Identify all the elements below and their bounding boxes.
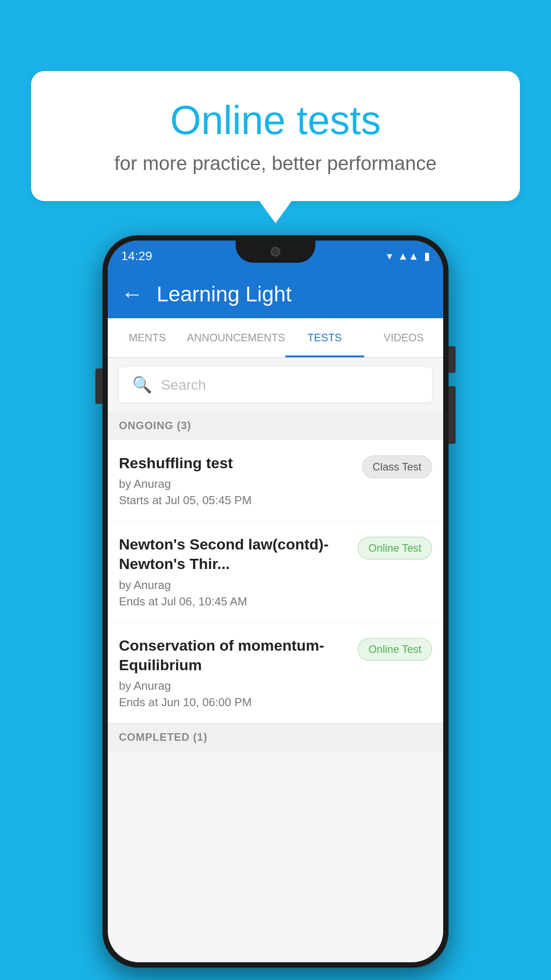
status-time: 14:29 <box>121 249 152 263</box>
test-item[interactable]: Reshuffling test by Anurag Starts at Jul… <box>108 440 443 521</box>
tab-bar: MENTS ANNOUNCEMENTS TESTS VIDEOS <box>108 318 443 358</box>
test-item[interactable]: Newton's Second law(contd)-Newton's Thir… <box>108 521 443 622</box>
tab-ments[interactable]: MENTS <box>108 318 187 357</box>
speech-bubble: Online tests for more practice, better p… <box>31 71 520 201</box>
test-badge-online: Online Test <box>358 537 432 560</box>
status-icons: ▾ ▲▲ ▮ <box>387 250 430 262</box>
back-button[interactable]: ← <box>121 281 143 307</box>
test-name: Reshuffling test <box>119 453 353 473</box>
test-info: Newton's Second law(contd)-Newton's Thir… <box>119 534 349 608</box>
search-bar[interactable]: 🔍 Search <box>119 367 432 403</box>
volume-button <box>95 368 102 404</box>
battery-icon: ▮ <box>424 250 430 262</box>
test-item[interactable]: Conservation of momentum-Equilibrium by … <box>108 622 443 723</box>
app-bar: ← Learning Light <box>108 269 443 318</box>
front-camera <box>271 247 280 257</box>
volume-down-button <box>449 386 456 444</box>
test-name: Conservation of momentum-Equilibrium <box>119 636 349 675</box>
test-badge-class: Class Test <box>362 455 432 478</box>
bubble-subtitle: for more practice, better performance <box>67 152 484 174</box>
app-title: Learning Light <box>157 282 291 306</box>
tab-videos[interactable]: VIDEOS <box>364 318 443 357</box>
power-button <box>449 346 456 373</box>
test-by: by Anurag <box>119 679 349 693</box>
test-time: Ends at Jul 06, 10:45 AM <box>119 595 349 609</box>
search-placeholder: Search <box>161 377 206 393</box>
test-by: by Anurag <box>119 477 353 491</box>
phone-screen: 14:29 ▾ ▲▲ ▮ ← Learning Light MENTS ANNO… <box>108 241 443 962</box>
search-container: 🔍 Search <box>108 358 443 411</box>
completed-section-header: COMPLETED (1) <box>108 723 443 751</box>
wifi-icon: ▾ <box>387 250 392 262</box>
test-name: Newton's Second law(contd)-Newton's Thir… <box>119 534 349 573</box>
signal-icon: ▲▲ <box>398 250 419 262</box>
test-by: by Anurag <box>119 578 349 592</box>
phone-notch <box>236 241 315 263</box>
test-list: Reshuffling test by Anurag Starts at Jul… <box>108 440 443 723</box>
phone-frame: 14:29 ▾ ▲▲ ▮ ← Learning Light MENTS ANNO… <box>102 235 449 968</box>
tab-announcements[interactable]: ANNOUNCEMENTS <box>187 318 285 357</box>
test-time: Ends at Jun 10, 06:00 PM <box>119 695 349 709</box>
test-info: Reshuffling test by Anurag Starts at Jul… <box>119 453 353 507</box>
bubble-title: Online tests <box>67 98 484 143</box>
ongoing-section-header: ONGOING (3) <box>108 411 443 440</box>
test-info: Conservation of momentum-Equilibrium by … <box>119 636 349 709</box>
search-icon: 🔍 <box>132 375 152 394</box>
test-badge-online: Online Test <box>358 638 432 661</box>
tab-tests[interactable]: TESTS <box>285 318 364 357</box>
test-time: Starts at Jul 05, 05:45 PM <box>119 494 353 507</box>
